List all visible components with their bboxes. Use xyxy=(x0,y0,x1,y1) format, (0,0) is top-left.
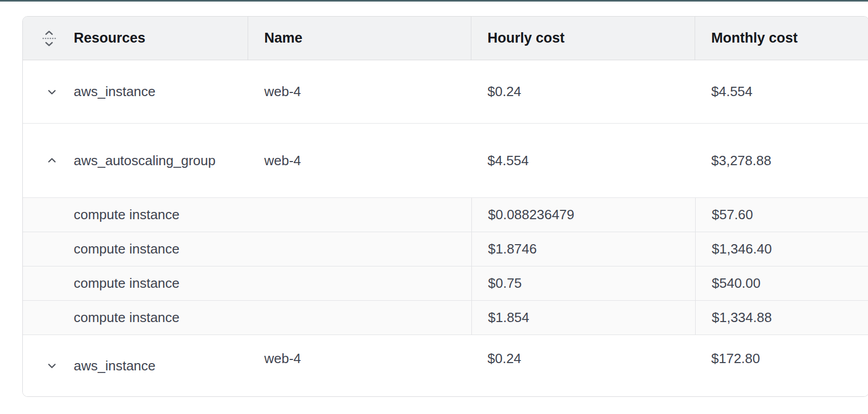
column-header-name: Name xyxy=(248,17,471,60)
column-header-hourly-cost: Hourly cost xyxy=(471,17,695,60)
cost-table: Resources Name Hourly cost Monthly cost … xyxy=(22,16,868,397)
subresource-row: compute instance $0.088236479 $57.60 xyxy=(23,198,868,232)
resource-type: aws_instance xyxy=(74,358,156,374)
column-label: Monthly cost xyxy=(711,30,798,46)
monthly-cost-cell: $172.80 xyxy=(695,328,868,389)
hourly-cost-cell: $0.24 xyxy=(471,60,695,123)
monthly-cost-cell: $4.554 xyxy=(695,60,868,123)
monthly-cost-cell: $1,346.40 xyxy=(695,232,868,266)
name-cell xyxy=(248,232,471,266)
subresource-cell: compute instance xyxy=(23,266,248,300)
name-cell xyxy=(248,266,471,300)
name-cell xyxy=(248,198,471,232)
resource-cell: aws_instance xyxy=(23,60,248,123)
subresource-cell: compute instance xyxy=(23,198,248,232)
monthly-cost-cell: $540.00 xyxy=(695,266,868,300)
chevron-up-icon[interactable] xyxy=(45,154,59,167)
column-label: Name xyxy=(264,30,303,46)
drag-handle-icon[interactable] xyxy=(42,30,56,47)
resource-row[interactable]: aws_autoscaling_group web-4 $4.554 $3,27… xyxy=(23,124,868,198)
subresource-row: compute instance $1.8746 $1,346.40 xyxy=(23,232,868,266)
hourly-cost-cell: $1.8746 xyxy=(471,232,695,266)
resource-type: aws_instance xyxy=(74,84,156,100)
top-accent-bar xyxy=(0,0,868,2)
hourly-cost-cell: $0.088236479 xyxy=(471,198,695,232)
monthly-cost-cell: $3,278.88 xyxy=(695,124,868,197)
subresource-row: compute instance $0.75 $540.00 xyxy=(23,266,868,301)
table-header: Resources Name Hourly cost Monthly cost xyxy=(23,17,868,60)
monthly-cost-cell: $57.60 xyxy=(695,198,868,232)
resource-row[interactable]: aws_instance web-4 $0.24 $172.80 xyxy=(23,335,868,396)
hourly-cost-cell: $4.554 xyxy=(471,124,695,197)
name-cell: web-4 xyxy=(248,60,471,123)
name-cell: web-4 xyxy=(248,328,471,389)
column-header-monthly-cost: Monthly cost xyxy=(695,17,868,60)
resource-cell: aws_instance xyxy=(23,335,248,396)
hourly-cost-cell: $0.75 xyxy=(471,266,695,300)
column-label: Hourly cost xyxy=(487,30,565,46)
hourly-cost-cell: $0.24 xyxy=(471,328,695,389)
resource-row[interactable]: aws_instance web-4 $0.24 $4.554 xyxy=(23,60,868,124)
subresource-cell: compute instance xyxy=(23,232,248,266)
subresource-cell: compute instance xyxy=(23,301,248,335)
column-header-resources: Resources xyxy=(23,17,248,60)
name-cell: web-4 xyxy=(248,124,471,197)
resource-cell: aws_autoscaling_group xyxy=(23,124,248,197)
chevron-down-icon[interactable] xyxy=(45,85,59,99)
column-label: Resources xyxy=(74,30,145,46)
resource-type: aws_autoscaling_group xyxy=(74,153,215,169)
chevron-down-icon[interactable] xyxy=(45,359,59,372)
